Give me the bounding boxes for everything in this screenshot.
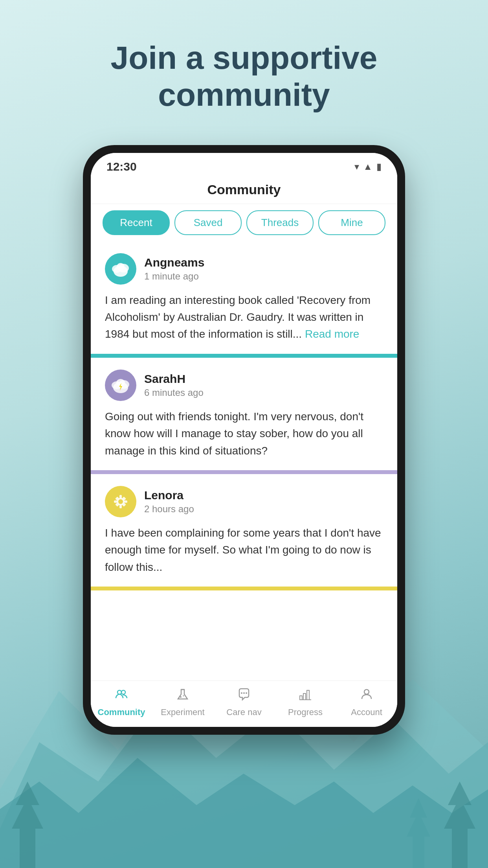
post-user-info-1: Angneams 1 minute ago <box>144 256 204 282</box>
phone-screen: 12:30 ▾ ▲ ▮ Community Recent Saved Threa… <box>91 153 397 727</box>
svg-point-24 <box>180 696 182 698</box>
tab-threads[interactable]: Threads <box>246 210 314 235</box>
post-header-1: Angneams 1 minute ago <box>105 253 383 285</box>
nav-item-community[interactable]: Community <box>91 687 152 717</box>
svg-rect-14 <box>114 500 117 503</box>
svg-rect-29 <box>300 696 302 700</box>
post-time-2: 6 minutes ago <box>144 387 204 398</box>
post-card-2: SarahH 6 minutes ago Going out with frie… <box>91 358 397 470</box>
avatar-2 <box>105 370 136 401</box>
svg-rect-13 <box>119 505 122 508</box>
svg-rect-30 <box>303 693 306 700</box>
avatar-1 <box>105 253 136 285</box>
svg-point-22 <box>121 690 125 694</box>
svg-point-6 <box>117 263 125 270</box>
status-icons: ▾ ▲ ▮ <box>354 161 382 172</box>
nav-item-account[interactable]: Account <box>336 687 397 717</box>
svg-rect-31 <box>307 690 309 700</box>
post-username-2: SarahH <box>144 372 204 386</box>
progress-icon <box>298 687 312 705</box>
post-divider-2 <box>91 470 397 474</box>
post-user-info-3: Lenora 2 hours ago <box>144 489 194 515</box>
post-header-2: SarahH 6 minutes ago <box>105 370 383 401</box>
experiment-icon <box>176 687 190 705</box>
nav-item-progress[interactable]: Progress <box>275 687 336 717</box>
community-icon <box>114 687 128 705</box>
page-title: Join a supportive community <box>79 39 409 114</box>
tab-saved[interactable]: Saved <box>174 210 242 235</box>
tab-mine[interactable]: Mine <box>318 210 385 235</box>
post-username-1: Angneams <box>144 256 204 269</box>
tab-recent[interactable]: Recent <box>103 210 170 235</box>
nav-label-carenav: Care nav <box>226 707 261 717</box>
nav-item-experiment[interactable]: Experiment <box>152 687 213 717</box>
nav-label-community: Community <box>98 707 145 717</box>
nav-label-experiment: Experiment <box>161 707 204 717</box>
post-header-3: Lenora 2 hours ago <box>105 486 383 517</box>
wifi-icon: ▾ <box>354 161 359 172</box>
post-text-3: I have been complaining for some years t… <box>105 524 383 576</box>
svg-point-27 <box>243 692 245 694</box>
read-more-1[interactable]: Read more <box>305 328 360 340</box>
account-icon <box>360 687 374 705</box>
post-text-2: Going out with friends tonight. I'm very… <box>105 408 383 459</box>
post-time-1: 1 minute ago <box>144 271 204 282</box>
svg-point-26 <box>241 692 242 694</box>
post-time-3: 2 hours ago <box>144 504 194 515</box>
post-card-3: Lenora 2 hours ago I have been complaini… <box>91 474 397 587</box>
status-time: 12:30 <box>106 160 137 173</box>
nav-label-account: Account <box>351 707 382 717</box>
svg-marker-2 <box>0 758 488 868</box>
svg-point-33 <box>364 690 369 694</box>
signal-icon: ▲ <box>363 161 372 172</box>
svg-rect-15 <box>124 500 127 503</box>
svg-point-25 <box>183 695 184 696</box>
tabs-container: Recent Saved Threads Mine <box>91 204 397 241</box>
svg-point-28 <box>246 692 247 694</box>
posts-container: Angneams 1 minute ago I am reading an in… <box>91 241 397 680</box>
nav-label-progress: Progress <box>288 707 323 717</box>
post-text-1: I am reading an interesting book called … <box>105 292 383 343</box>
post-user-info-2: SarahH 6 minutes ago <box>144 372 204 398</box>
post-card-1: Angneams 1 minute ago I am reading an in… <box>91 241 397 354</box>
svg-point-21 <box>117 690 121 694</box>
svg-point-20 <box>118 499 123 504</box>
status-bar: 12:30 ▾ ▲ ▮ <box>91 153 397 177</box>
post-username-3: Lenora <box>144 489 194 502</box>
post-divider-1 <box>91 354 397 358</box>
avatar-3 <box>105 486 136 517</box>
app-header: Community <box>91 177 397 204</box>
phone-mockup: 12:30 ▾ ▲ ▮ Community Recent Saved Threa… <box>83 145 405 735</box>
svg-rect-12 <box>119 495 122 498</box>
post-divider-3 <box>91 587 397 590</box>
nav-item-carenav[interactable]: Care nav <box>213 687 275 717</box>
carenav-icon <box>237 687 251 705</box>
bottom-nav: Community Experiment <box>91 680 397 727</box>
battery-icon: ▮ <box>376 161 382 172</box>
